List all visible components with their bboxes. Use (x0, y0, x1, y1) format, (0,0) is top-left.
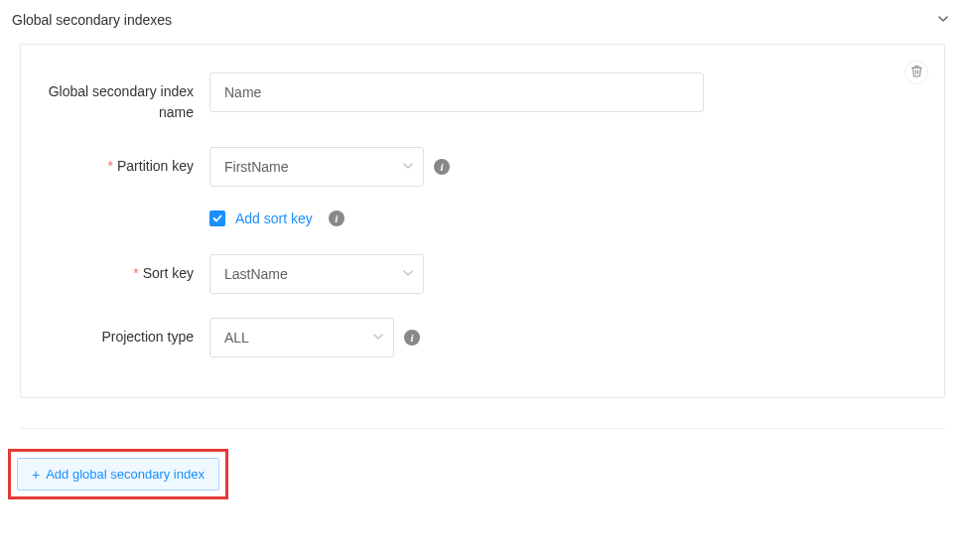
projection-type-select[interactable] (209, 318, 394, 357)
section-title: Global secondary indexes (12, 12, 172, 28)
add-global-secondary-index-button[interactable]: + Add global secondary index (17, 458, 219, 490)
row-sort-key: Sort key (41, 254, 924, 294)
add-sort-key-checkbox[interactable] (209, 210, 225, 226)
row-add-sort-key: Add sort key i (209, 210, 924, 226)
row-projection-type: Projection type i (41, 318, 924, 357)
sort-key-select[interactable] (209, 254, 424, 294)
projection-type-group: i (209, 318, 420, 357)
partition-key-group: i (209, 147, 450, 187)
label-index-name: Global secondary index name (41, 72, 209, 123)
bottom-area: + Add global secondary index (20, 428, 945, 499)
highlight-frame: + Add global secondary index (8, 449, 228, 499)
index-panel: Global secondary index name Partition ke… (20, 44, 945, 398)
plus-icon: + (32, 468, 40, 482)
projection-type-value[interactable] (209, 318, 394, 357)
section-header[interactable]: Global secondary indexes (0, 0, 965, 44)
chevron-down-icon (937, 12, 949, 28)
index-name-input[interactable] (209, 72, 704, 112)
partition-key-value[interactable] (209, 147, 424, 187)
info-icon[interactable]: i (329, 210, 345, 226)
label-partition-key: Partition key (41, 147, 209, 177)
label-projection-type: Projection type (41, 318, 209, 348)
sort-key-group (209, 254, 424, 294)
info-icon[interactable]: i (434, 159, 450, 175)
row-index-name: Global secondary index name (41, 72, 924, 123)
add-sort-key-label[interactable]: Add sort key (235, 210, 313, 226)
row-partition-key: Partition key i (41, 147, 924, 187)
partition-key-select[interactable] (209, 147, 424, 187)
add-index-label: Add global secondary index (46, 467, 205, 482)
info-icon[interactable]: i (404, 330, 420, 346)
delete-index-button[interactable] (904, 61, 928, 84)
label-sort-key: Sort key (41, 254, 209, 284)
trash-icon (910, 65, 923, 80)
sort-key-value[interactable] (209, 254, 424, 294)
